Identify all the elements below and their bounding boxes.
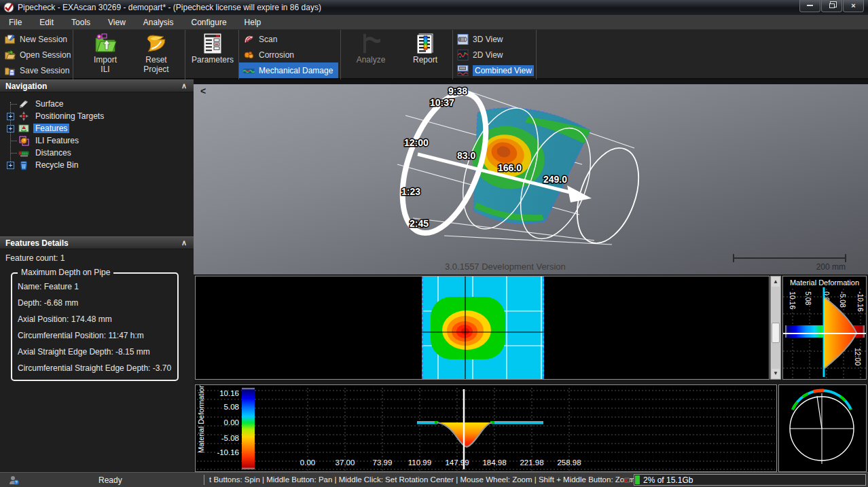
tree-label-surface: Surface [33,99,65,109]
memory-usage-bar [635,475,640,484]
save-session-button[interactable]: Save Session [0,62,73,78]
minimize-button[interactable] [799,0,820,12]
circumferential-profile-panel[interactable]: Material Deformation 10.16 5.08 0.00 -5.… [782,276,867,380]
view-3d-button[interactable]: 3D View [453,31,536,47]
toolbar-session-section: New Session Open Session Save Session [0,30,73,79]
xtick-148: 147.99 [445,458,469,467]
tree-item-recycle-bin[interactable]: + Recycle Bin [0,159,194,171]
axial-label-83: 83.0 [457,150,475,161]
menu-analysis[interactable]: Analysis [134,15,183,30]
tree-item-features[interactable]: + Features [0,122,194,134]
scale-label: 200 mm [816,262,846,272]
axial-profile-scene: Material Deformation 10.16 5.08 0.00 -5.… [196,385,776,471]
colorbar-vertical [242,388,255,469]
collapse-panel-arrow[interactable]: < [200,86,206,96]
feature-depth: Depth: -6.68 mm [18,298,172,308]
reset-project-button[interactable]: Reset Project [134,31,178,78]
xtick-185: 184.98 [482,458,506,467]
tree-item-positioning-targets[interactable]: + Positioning Targets [0,110,194,122]
restore-icon [829,3,835,8]
axial-profile-chart[interactable]: Material Deformation 10.16 5.08 0.00 -5.… [195,384,777,472]
clock-position-label: 12:00 [854,348,862,365]
app-window: Pipecheck - EXAscan 30269 - demopart* - … [0,0,868,487]
status-separator [204,475,204,485]
tree-connector [11,141,17,141]
unrolled-2d-view[interactable] [195,276,770,380]
clock-label-123: 1:23 [401,186,420,197]
analyze-icon [359,33,382,54]
expand-icon[interactable]: + [7,162,14,169]
features-details-header[interactable]: Features Details ∧ [0,236,194,249]
reset-project-label-line2: Project [134,65,178,74]
ytick-neg-5-08: -5.08 [221,434,239,442]
clock-label-1037: 10:37 [430,97,454,108]
view-combined-icon [457,65,469,76]
restore-button[interactable] [821,0,842,12]
report-button[interactable]: Report [403,31,447,78]
tree-item-ili-features[interactable]: ILI Features [0,134,194,147]
scrollbar-up-icon[interactable]: ▲ [772,277,780,287]
clock-label-1200: 12:00 [404,137,429,148]
reset-project-icon [145,33,168,54]
tree-item-surface[interactable]: Surface [0,98,194,110]
view-combined-button[interactable]: Combined View [453,62,536,78]
menu-help[interactable]: Help [236,15,270,30]
tree-label-distances: Distances [33,148,73,158]
ytick-5-08: 5.08 [224,403,239,411]
open-session-button[interactable]: Open Session [0,47,73,62]
pipe-3d-view[interactable]: < [194,79,868,274]
expand-icon[interactable]: + [7,125,14,132]
menu-edit[interactable]: Edit [31,15,62,30]
scrollbar-down-icon[interactable]: ▼ [772,369,780,378]
heatmap-dent-blob [431,297,505,359]
dent-profile [417,421,543,447]
features-details-collapse-icon[interactable]: ∧ [181,238,187,247]
menu-file[interactable]: File [0,15,31,30]
pipe-3d-scene: 9:38 10:37 12:00 1:23 2:45 83.0 166.0 24… [194,84,868,274]
menu-view[interactable]: View [99,15,134,30]
menu-tools[interactable]: Tools [62,15,99,30]
view-2d-button[interactable]: 2D View [453,47,536,62]
mechanical-damage-label: Mechanical Damage [259,66,333,75]
vertical-scrollbar[interactable]: ▲ ▼ [770,276,781,380]
max-depth-group-title: Maximum Depth on Pipe [18,268,113,277]
view-2d-label: 2D View [473,50,503,60]
recycle-bin-icon [18,160,29,170]
navigation-title: Navigation [5,82,47,91]
close-button[interactable]: × [843,0,864,12]
scan-mode-button[interactable]: Scan [239,31,340,47]
status-plug-icon [623,475,632,485]
import-ili-button[interactable]: Import ILI [84,31,127,78]
mechanical-damage-mode-button[interactable]: Mechanical Damage [239,62,338,78]
minimize-icon [807,4,813,6]
toolbar-parameters-section: Parameters [185,30,239,79]
menu-bar: File Edit Tools View Analysis Configure … [0,15,868,30]
corrosion-mode-button[interactable]: Corrosion [239,47,340,62]
feature-circumferential-position: Circumferential Position: 11:47 h:m [18,331,172,340]
menu-configure[interactable]: Configure [183,15,236,30]
navigation-collapse-icon[interactable]: ∧ [181,82,187,90]
navigation-header[interactable]: Navigation ∧ [0,79,194,92]
import-ili-label-line1: Import [84,55,127,65]
sidebar: Navigation ∧ Surface + [0,79,194,472]
save-session-icon [4,65,16,76]
cross-section-scene [779,385,866,471]
parameters-button[interactable]: Parameters [191,31,234,78]
mechanical-damage-icon [243,65,255,76]
expand-icon[interactable]: + [7,113,14,120]
version-text: 3.0.1557 Development Version [445,261,566,272]
max-depth-groupbox: Maximum Depth on Pipe Name: Feature 1 De… [11,272,179,381]
distances-icon [18,147,29,158]
pipe-cross-section-view[interactable] [778,384,867,472]
tree-item-distances[interactable]: Distances [0,147,194,159]
tick-5-08: 5.08 [804,291,812,306]
analyze-button[interactable]: Analyze [349,31,393,78]
tick-neg-5-08: -5.08 [839,291,847,308]
clock-label-938: 9:38 [448,86,467,96]
title-bar: Pipecheck - EXAscan 30269 - demopart* - … [0,0,868,15]
scrollbar-thumb[interactable] [772,323,780,343]
feature-name: Name: Feature 1 [18,282,172,291]
axial-label-166: 166.0 [498,162,522,173]
new-session-button[interactable]: New Session [0,31,73,47]
status-ready: Ready [98,475,122,485]
